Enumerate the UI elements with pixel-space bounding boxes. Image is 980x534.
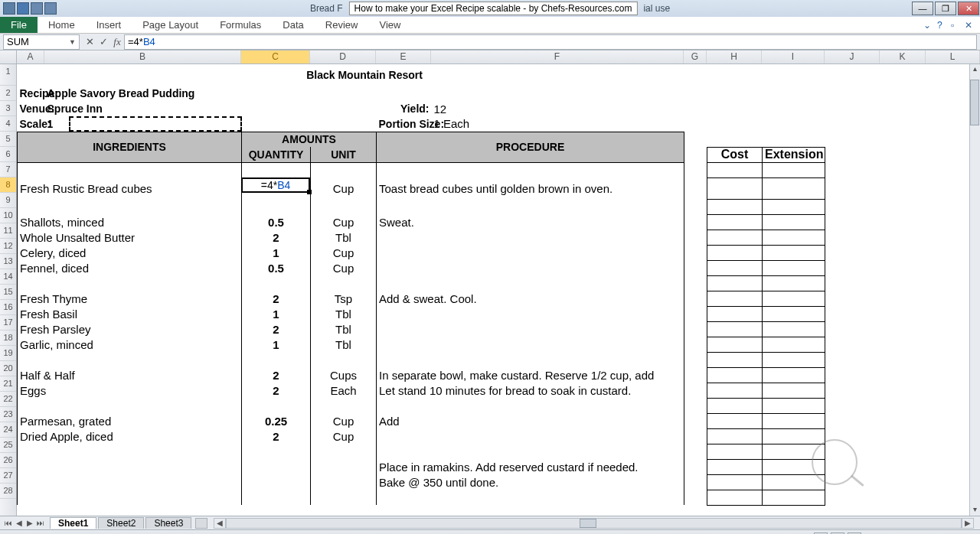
ingredient-qty[interactable]	[242, 474, 311, 490]
save-icon[interactable]	[17, 2, 29, 15]
cancel-formula-icon[interactable]: ✕	[83, 36, 96, 47]
help-icon[interactable]: ?	[937, 20, 948, 31]
row-header[interactable]: 14	[0, 269, 16, 285]
row-header[interactable]: 23	[0, 407, 16, 422]
ingredient-name[interactable]: Fresh Thyme	[18, 291, 242, 306]
row-header[interactable]: 11	[0, 223, 16, 239]
extension-cell[interactable]	[763, 383, 825, 398]
ingredient-name[interactable]: Parmesan, grated	[18, 413, 242, 428]
ingredient-qty[interactable]: 2	[242, 321, 311, 337]
cost-cell[interactable]	[707, 214, 763, 230]
procedure-text[interactable]	[377, 444, 684, 459]
tab-pagelayout[interactable]: Page Layout	[132, 17, 209, 33]
extension-cell[interactable]	[763, 352, 825, 367]
ingredient-unit[interactable]: Cup	[311, 413, 377, 428]
procedure-text[interactable]	[377, 230, 684, 245]
extension-cell[interactable]	[763, 490, 825, 505]
ingredient-qty[interactable]: 1	[242, 245, 311, 260]
cost-cell[interactable]	[707, 352, 763, 367]
minimize-button[interactable]: —	[912, 2, 933, 15]
add-sheet-button[interactable]	[195, 518, 207, 529]
cost-cell[interactable]	[707, 413, 763, 428]
cost-cell[interactable]	[707, 490, 763, 505]
window-restore-icon[interactable]: ▫	[951, 20, 962, 31]
ingredient-name[interactable]: Fresh Rustic Bread cubes	[18, 177, 242, 199]
scroll-thumb[interactable]	[970, 80, 979, 125]
col-header[interactable]: F	[431, 50, 684, 63]
cost-cell[interactable]	[707, 474, 763, 490]
ingredient-qty[interactable]: 0.25	[242, 413, 311, 428]
ingredient-qty[interactable]	[242, 490, 311, 505]
tab-data[interactable]: Data	[272, 17, 314, 33]
row-header[interactable]: 24	[0, 422, 16, 438]
ingredient-qty[interactable]	[242, 352, 311, 367]
select-all-corner[interactable]	[0, 50, 17, 63]
ingredient-name[interactable]: Fennel, diced	[18, 260, 242, 275]
extension-cell[interactable]	[763, 321, 825, 337]
ingredient-name[interactable]: Dried Apple, diced	[18, 428, 242, 444]
ingredient-name[interactable]	[18, 199, 242, 214]
col-header[interactable]: D	[310, 50, 376, 63]
ingredient-unit[interactable]: Cup	[311, 428, 377, 444]
fx-icon[interactable]: fx	[110, 36, 124, 48]
row-header[interactable]: 5	[0, 132, 16, 147]
extension-cell[interactable]	[763, 367, 825, 383]
cost-cell[interactable]	[707, 367, 763, 383]
procedure-text[interactable]: Add & sweat. Cool.	[377, 291, 684, 306]
sheet-nav-last-icon[interactable]: ⏭	[35, 519, 46, 527]
ingredient-name[interactable]	[18, 459, 242, 474]
extension-cell[interactable]	[763, 459, 825, 474]
extension-cell[interactable]	[763, 428, 825, 444]
row-header[interactable]: 8	[0, 177, 16, 193]
ingredient-qty[interactable]	[242, 275, 311, 291]
ingredient-unit[interactable]	[311, 398, 377, 413]
row-header[interactable]: 25	[0, 438, 16, 453]
ingredient-unit[interactable]: Each	[311, 383, 377, 398]
ingredient-unit[interactable]	[311, 474, 377, 490]
row-header[interactable]: 12	[0, 239, 16, 254]
undo-icon[interactable]	[31, 2, 43, 15]
row-header[interactable]: 7	[0, 162, 16, 177]
col-header[interactable]: B	[44, 50, 241, 63]
cost-cell[interactable]	[707, 444, 763, 459]
tab-formulas[interactable]: Formulas	[209, 17, 272, 33]
col-header[interactable]: E	[376, 50, 431, 63]
ingredient-qty[interactable]: 2	[242, 367, 311, 383]
enter-formula-icon[interactable]: ✓	[96, 36, 110, 47]
procedure-text[interactable]	[377, 321, 684, 337]
row-header[interactable]: 16	[0, 300, 16, 315]
scroll-up-icon[interactable]: ▴	[970, 64, 980, 75]
cost-cell[interactable]	[707, 459, 763, 474]
ingredient-name[interactable]: Half & Half	[18, 367, 242, 383]
procedure-text[interactable]	[377, 245, 684, 260]
namebox-dropdown-icon[interactable]: ▼	[69, 38, 76, 46]
ingredient-qty[interactable]: 2	[242, 383, 311, 398]
active-cell-c8[interactable]: =4*B4	[241, 177, 310, 193]
col-header[interactable]: C	[241, 50, 310, 63]
cost-cell[interactable]	[707, 337, 763, 352]
ingredient-name[interactable]: Celery, diced	[18, 245, 242, 260]
cost-cell[interactable]	[707, 428, 763, 444]
vertical-scrollbar[interactable]: ▴ ▾	[969, 64, 980, 516]
ingredient-qty[interactable]: 2	[242, 230, 311, 245]
cost-cell[interactable]	[707, 291, 763, 306]
procedure-text[interactable]	[377, 398, 684, 413]
ingredient-name[interactable]: Fresh Parsley	[18, 321, 242, 337]
ingredient-qty[interactable]: 1	[242, 337, 311, 352]
ingredient-unit[interactable]	[311, 459, 377, 474]
redo-icon[interactable]	[44, 2, 57, 15]
procedure-text[interactable]: Let stand 10 minutes for bread to soak i…	[377, 383, 684, 398]
sheet-tab-2[interactable]: Sheet2	[98, 517, 144, 529]
procedure-text[interactable]	[377, 490, 684, 505]
procedure-text[interactable]: Add	[377, 413, 684, 428]
extension-cell[interactable]	[763, 214, 825, 230]
ingredient-name[interactable]	[18, 444, 242, 459]
row-header[interactable]: 1	[0, 64, 16, 86]
col-header[interactable]: A	[17, 50, 44, 63]
ingredient-name[interactable]: Shallots, minced	[18, 214, 242, 230]
hscroll-right-icon[interactable]: ▶	[962, 518, 974, 529]
ingredient-unit[interactable]	[311, 352, 377, 367]
ingredient-name[interactable]	[18, 490, 242, 505]
ingredient-unit[interactable]	[311, 444, 377, 459]
extension-cell[interactable]	[763, 306, 825, 321]
